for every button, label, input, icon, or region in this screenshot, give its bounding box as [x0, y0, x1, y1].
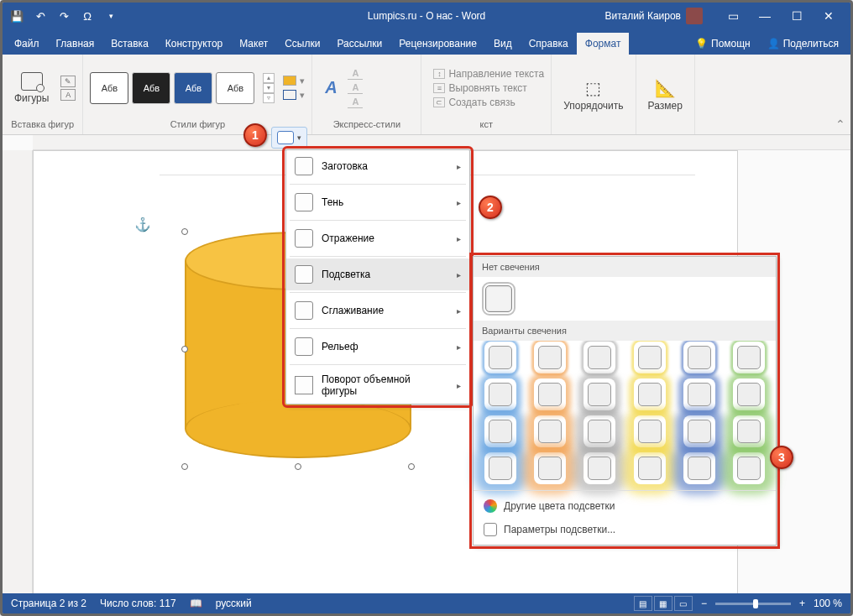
user-account[interactable]: Виталий Каиров — [596, 8, 711, 24]
glow-swatch[interactable] — [538, 383, 562, 406]
undo-icon[interactable]: ↶ — [33, 8, 48, 23]
arrange-button[interactable]: ⬚ Упорядочить — [558, 76, 628, 113]
glow-swatch[interactable] — [489, 420, 512, 443]
status-language[interactable]: русский — [216, 598, 252, 609]
glow-swatch[interactable] — [688, 346, 711, 369]
resize-handle-b[interactable] — [295, 463, 301, 470]
spellcheck-icon[interactable]: 📖 — [190, 598, 202, 609]
glow-swatch[interactable] — [638, 383, 662, 406]
tab-help[interactable]: Справка — [521, 33, 577, 55]
omega-icon[interactable]: Ω — [80, 8, 95, 23]
tab-insert[interactable]: Вставка — [102, 33, 157, 55]
glow-swatch[interactable] — [588, 383, 611, 406]
effects-bevel[interactable]: Рельеф▸ — [286, 331, 469, 363]
shape-outline-button[interactable]: ▾ — [283, 90, 305, 101]
glow-none-option[interactable] — [485, 285, 512, 312]
status-words[interactable]: Число слов: 117 — [100, 598, 176, 609]
resize-handle-br[interactable] — [408, 463, 415, 470]
glow-swatch[interactable] — [638, 457, 662, 480]
effects-3d-rotation[interactable]: Поворот объемной фигуры▸ — [286, 367, 469, 404]
effects-shadow[interactable]: Тень▸ — [286, 186, 469, 218]
effects-glow[interactable]: Подсветка▸ — [286, 258, 469, 290]
zoom-out-icon[interactable]: − — [701, 598, 707, 609]
glow-swatch[interactable] — [688, 457, 711, 480]
shape-style-2[interactable]: Абв — [132, 72, 170, 104]
tab-view[interactable]: Вид — [485, 33, 521, 55]
ribbon: Фигуры ✎ A Вставка фигур Абв Абв Абв Абв… — [3, 55, 850, 135]
style-gallery-nav[interactable]: ▴▾▿ — [263, 73, 275, 103]
size-button[interactable]: 📐 Размер — [643, 76, 688, 113]
glow-options[interactable]: Параметры подсветки... — [474, 518, 776, 541]
save-icon[interactable]: 💾 — [9, 8, 24, 23]
view-print-icon[interactable]: ▦ — [654, 596, 672, 611]
glow-swatch[interactable] — [538, 420, 562, 443]
shapes-button[interactable]: Фигуры — [9, 70, 54, 106]
ribbon-mode-icon[interactable]: ▭ — [718, 4, 748, 28]
qat-dropdown-icon[interactable]: ▾ — [103, 8, 118, 23]
view-read-icon[interactable]: ▤ — [634, 596, 652, 611]
glow-swatch[interactable] — [737, 420, 761, 443]
maximize-icon[interactable]: ☐ — [782, 4, 812, 28]
view-web-icon[interactable]: ▭ — [674, 596, 693, 611]
tab-home[interactable]: Главная — [48, 33, 103, 55]
glow-swatch[interactable] — [688, 383, 711, 406]
tab-file[interactable]: Файл — [6, 33, 48, 55]
step-badge-2: 2 — [479, 196, 502, 219]
text-box-icon[interactable]: A — [60, 89, 76, 101]
zoom-level[interactable]: 100 % — [814, 598, 842, 609]
create-link-button[interactable]: ⊂Создать связь — [433, 96, 544, 109]
zoom-slider[interactable] — [715, 603, 791, 605]
glow-swatch[interactable] — [588, 420, 611, 443]
glow-swatch[interactable] — [737, 383, 761, 406]
status-page[interactable]: Страница 2 из 2 — [11, 598, 86, 609]
collapse-ribbon-icon[interactable]: ⌃ — [835, 117, 845, 131]
effects-reflection[interactable]: Отражение▸ — [286, 222, 469, 254]
minimize-icon[interactable]: ― — [750, 4, 780, 28]
text-outline-icon[interactable]: A — [348, 82, 363, 94]
resize-handle-bl[interactable] — [181, 463, 188, 470]
glow-swatch[interactable] — [538, 346, 562, 369]
shape-fill-button[interactable]: ▾ — [283, 76, 305, 86]
ribbon-group-wordart: A A A A Экспресс-стили — [312, 55, 421, 134]
glow-swatch[interactable] — [688, 420, 711, 443]
glow-swatch[interactable] — [588, 457, 611, 480]
effects-preset[interactable]: Заготовка▸ — [286, 150, 469, 182]
tab-format[interactable]: Формат — [577, 33, 630, 55]
resize-handle-tl[interactable] — [181, 228, 188, 235]
shape-style-1[interactable]: Абв — [90, 72, 128, 104]
text-direction-button[interactable]: ↕Направление текста — [433, 67, 544, 81]
text-effects-icon[interactable]: A — [348, 97, 363, 108]
close-icon[interactable]: ✕ — [814, 4, 844, 28]
shape-effects-button[interactable]: ▾ — [271, 127, 307, 149]
horizontal-ruler[interactable] — [33, 135, 850, 150]
glow-swatch[interactable] — [737, 346, 761, 369]
glow-swatch[interactable] — [489, 346, 512, 369]
glow-swatch[interactable] — [737, 457, 761, 480]
effects-soft-edges[interactable]: Сглаживание▸ — [286, 295, 469, 326]
text-fill-icon[interactable]: A — [348, 68, 363, 80]
shape-style-4[interactable]: Абв — [216, 72, 254, 104]
tell-me-button[interactable]: 💡Помощн — [687, 33, 759, 55]
glow-swatch[interactable] — [638, 420, 662, 443]
tab-design[interactable]: Конструктор — [157, 33, 231, 55]
shape-style-3[interactable]: Абв — [174, 72, 212, 104]
glow-swatch[interactable] — [489, 457, 512, 480]
tab-references[interactable]: Ссылки — [276, 33, 328, 55]
glow-swatch[interactable] — [538, 457, 562, 480]
more-glow-colors[interactable]: Другие цвета подсветки — [474, 494, 776, 518]
glow-swatch[interactable] — [489, 383, 512, 406]
ribbon-group-insert-shapes: Фигуры ✎ A Вставка фигур — [3, 55, 83, 134]
tab-review[interactable]: Рецензирование — [390, 33, 485, 55]
resize-handle-l[interactable] — [181, 346, 188, 352]
align-text-button[interactable]: ≡Выровнять текст — [433, 81, 544, 95]
vertical-ruler[interactable] — [3, 150, 33, 593]
redo-icon[interactable]: ↷ — [56, 8, 71, 23]
glow-swatch[interactable] — [638, 346, 662, 369]
tab-layout[interactable]: Макет — [231, 33, 276, 55]
tab-mailings[interactable]: Рассылки — [328, 33, 390, 55]
zoom-in-icon[interactable]: + — [799, 598, 805, 609]
edit-shape-icon[interactable]: ✎ — [60, 76, 76, 87]
glow-swatch[interactable] — [588, 346, 611, 369]
group-label-express: Экспресс-стили — [319, 117, 414, 131]
share-button[interactable]: 👤Поделиться — [759, 33, 847, 55]
